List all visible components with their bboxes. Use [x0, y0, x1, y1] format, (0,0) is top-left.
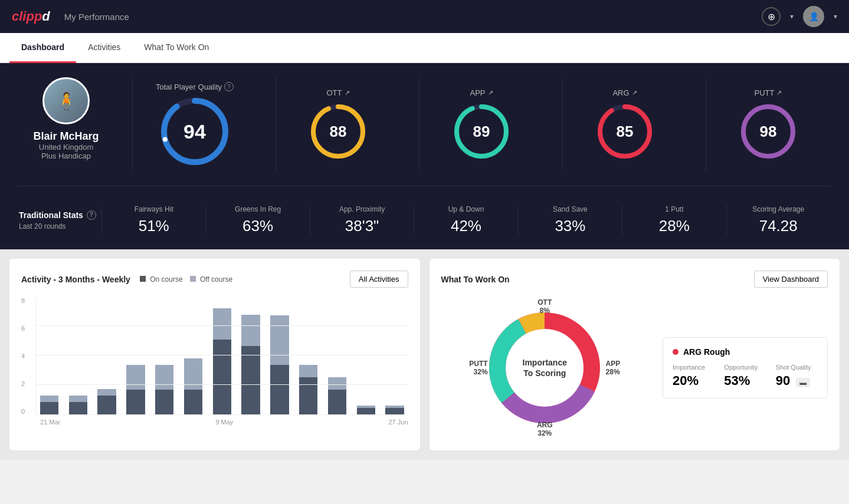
- x-label-may: 9 May: [215, 419, 233, 426]
- metric-importance: Importance 20%: [673, 364, 714, 388]
- putt-block: PUTT ↗ 98: [706, 77, 830, 172]
- ott-label: OTT ↗: [327, 88, 350, 97]
- on-course-bar: [40, 402, 58, 414]
- bar-group: [209, 297, 235, 414]
- traditional-stats: Traditional Stats ? Last 20 rounds Fairw…: [19, 205, 830, 235]
- x-label-jun: 27 Jun: [388, 419, 408, 426]
- on-course-bar: [184, 390, 202, 414]
- stat-updown-value: 42%: [424, 217, 508, 235]
- main-tabs: Dashboard Activities What To Work On: [0, 33, 849, 63]
- detail-title: ARG Rough: [683, 347, 730, 357]
- grid-line-4: [36, 355, 408, 355]
- player-country: United Kingdom: [39, 143, 94, 151]
- stat-oneputt-value: 28%: [632, 217, 716, 235]
- add-button[interactable]: ⊕: [762, 7, 781, 26]
- stat-proximity-value: 38'3": [320, 217, 404, 235]
- stat-greens: Greens In Reg 63%: [205, 205, 309, 235]
- wtwo-panel-header: What To Work On View Dashboard: [441, 271, 828, 288]
- app-logo: clippd: [12, 9, 50, 24]
- ott-value: 88: [330, 122, 347, 140]
- player-avatar: 🧍: [42, 77, 90, 124]
- detail-dot: [673, 349, 678, 355]
- activity-title: Activity - 3 Months - Weekly: [21, 275, 130, 284]
- arg-circle: 85: [595, 102, 654, 161]
- arg-arrow-icon: ↗: [632, 89, 637, 97]
- donut-section: ImportanceTo Scoring OTT 8% APP 28% ARG …: [441, 297, 649, 439]
- bar-group: [151, 297, 178, 414]
- on-course-bar: [385, 408, 404, 414]
- activity-legend: On course Off course: [140, 275, 232, 284]
- activity-panel-header: Activity - 3 Months - Weekly On course O…: [21, 271, 408, 288]
- metric-shot-quality-label: Shot Quality: [776, 364, 818, 371]
- off-course-bar: [299, 365, 317, 377]
- tab-activities[interactable]: Activities: [76, 33, 132, 63]
- bar-group: [353, 297, 379, 414]
- stat-fairways: Fairways Hit 51%: [101, 205, 205, 235]
- header-actions: ⊕ ▾ 👤 ▾: [762, 6, 837, 27]
- view-dashboard-button[interactable]: View Dashboard: [754, 271, 828, 288]
- bottom-panels: Activity - 3 Months - Weekly On course O…: [0, 249, 849, 460]
- grid-line-6: [36, 325, 408, 326]
- bar-group: [238, 297, 264, 414]
- bar-group: [122, 297, 149, 414]
- off-course-bar: [184, 358, 202, 390]
- grid-line-2: [36, 384, 408, 385]
- chart-x-labels: 21 Mar 9 May 27 Jun: [21, 415, 408, 426]
- off-course-bar: [97, 389, 116, 396]
- stat-sandsave-label: Sand Save: [528, 205, 612, 213]
- ott-circle: 88: [309, 102, 368, 161]
- tab-dashboard[interactable]: Dashboard: [9, 33, 76, 63]
- metric-opportunity-value: 53%: [724, 373, 766, 388]
- on-course-bar: [357, 408, 375, 414]
- player-name: Blair McHarg: [33, 130, 99, 143]
- bar-group: [267, 297, 293, 414]
- off-course-legend: Off course: [190, 275, 232, 284]
- total-quality-block: Total Player Quality ? 94: [132, 77, 257, 172]
- off-course-bar: [126, 365, 145, 390]
- on-course-legend: On course: [140, 275, 183, 284]
- bar-group: [382, 297, 408, 414]
- stat-fairways-label: Fairways Hit: [112, 205, 196, 213]
- activity-chart: 0 2 4 6 8 21 Mar 9 May 27 Jun: [21, 297, 408, 426]
- tab-what-to-work-on[interactable]: What To Work On: [132, 33, 221, 63]
- wtwo-title: What To Work On: [441, 275, 510, 284]
- x-label-mar: 21 Mar: [40, 419, 60, 426]
- arg-label: ARG ↗: [612, 88, 637, 97]
- on-course-bar: [69, 402, 87, 414]
- putt-value: 98: [760, 122, 777, 140]
- bars-area: [35, 297, 408, 415]
- on-course-bar: [299, 377, 317, 414]
- header-title: My Performance: [64, 12, 762, 22]
- details-card: ARG Rough Importance 20% Opportunity 53%…: [663, 337, 828, 398]
- metric-shot-quality: Shot Quality 90 ▬: [776, 364, 818, 388]
- off-course-bar: [213, 308, 231, 340]
- details-section: ARG Rough Importance 20% Opportunity 53%…: [663, 297, 828, 439]
- on-course-bar: [155, 390, 173, 414]
- wtwo-content: ImportanceTo Scoring OTT 8% APP 28% ARG …: [441, 297, 828, 439]
- all-activities-button[interactable]: All Activities: [350, 271, 408, 288]
- bar-group: [94, 297, 120, 414]
- trad-stats-help[interactable]: ?: [87, 210, 96, 220]
- stat-scoring-value: 74.28: [736, 217, 821, 235]
- stat-scoring-label: Scoring Average: [736, 205, 821, 213]
- trad-stats-title: Traditional Stats: [19, 210, 83, 220]
- banner-top: 🧍 Blair McHarg United Kingdom Plus Handi…: [19, 77, 830, 186]
- bar-group: [36, 297, 63, 414]
- app-circle: 89: [452, 102, 511, 161]
- chart-body: 0 2 4 6 8: [21, 297, 408, 415]
- app-block: APP ↗ 89: [419, 77, 543, 172]
- total-quality-label: Total Player Quality ?: [156, 82, 234, 91]
- stat-updown-label: Up & Down: [424, 205, 508, 213]
- total-quality-help[interactable]: ?: [224, 82, 234, 91]
- ott-arrow-icon: ↗: [345, 89, 350, 97]
- donut-center-text: ImportanceTo Scoring: [523, 357, 567, 378]
- player-handicap: Plus Handicap: [41, 151, 91, 160]
- user-avatar[interactable]: 👤: [803, 6, 824, 27]
- on-course-bar: [241, 346, 260, 414]
- app-header: clippd My Performance ⊕ ▾ 👤 ▾: [0, 0, 849, 33]
- trad-stats-subtitle: Last 20 rounds: [19, 222, 101, 230]
- donut-label-ott: OTT 8%: [537, 298, 552, 315]
- activity-panel: Activity - 3 Months - Weekly On course O…: [9, 259, 420, 450]
- on-course-bar: [328, 390, 346, 414]
- stat-greens-label: Greens In Reg: [215, 205, 300, 213]
